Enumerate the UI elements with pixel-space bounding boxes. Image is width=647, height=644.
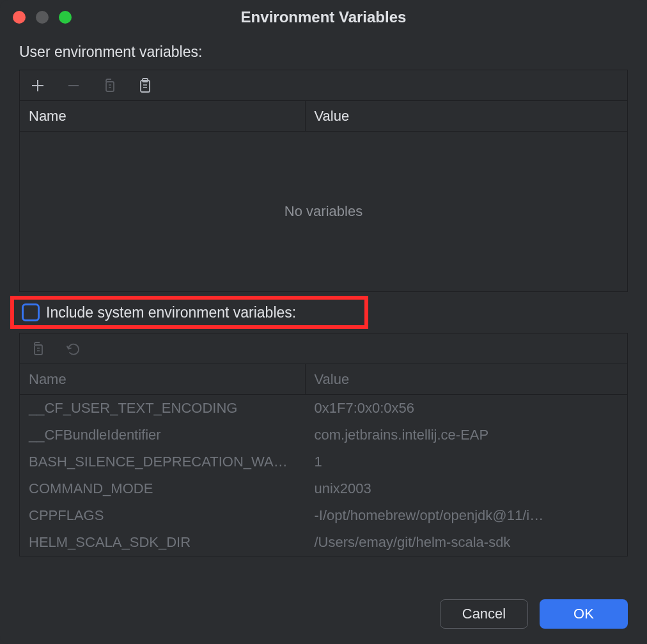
table-cell-name: HELM_SCALA_SDK_DIR bbox=[20, 529, 306, 556]
table-row: HELM_SCALA_SDK_DIR/Users/emay/git/helm-s… bbox=[20, 529, 627, 556]
table-cell-value: unix2003 bbox=[306, 475, 628, 502]
user-vars-empty: No variables bbox=[20, 132, 627, 291]
table-cell-value: 1 bbox=[306, 448, 628, 475]
table-row: COMMAND_MODEunix2003 bbox=[20, 475, 627, 502]
user-vars-panel: Name Value No variables bbox=[19, 70, 628, 292]
dialog-buttons: Cancel OK bbox=[0, 589, 647, 644]
table-row: CPPFLAGS-I/opt/homebrew/opt/openjdk@11/i… bbox=[20, 502, 627, 529]
system-vars-toolbar bbox=[20, 334, 627, 364]
user-vars-headers: Name Value bbox=[20, 101, 627, 132]
system-vars-rows: __CF_USER_TEXT_ENCODING0x1F7:0x0:0x56__C… bbox=[20, 395, 627, 556]
close-window-button[interactable] bbox=[13, 11, 26, 24]
ok-button[interactable]: OK bbox=[540, 599, 628, 629]
cancel-button[interactable]: Cancel bbox=[440, 599, 528, 629]
table-row: __CFBundleIdentifiercom.jetbrains.intell… bbox=[20, 422, 627, 448]
dialog-title: Environment Variables bbox=[241, 8, 407, 26]
remove-icon bbox=[65, 77, 82, 95]
system-vars-header-name: Name bbox=[20, 364, 306, 394]
table-row: BASH_SILENCE_DEPRECATION_WA…1 bbox=[20, 448, 627, 475]
dialog-content: User environment variables: Name Value bbox=[0, 34, 647, 589]
window-controls bbox=[13, 11, 72, 24]
maximize-window-button[interactable] bbox=[59, 11, 72, 24]
system-vars-header-value: Value bbox=[306, 364, 628, 394]
table-cell-value: -I/opt/homebrew/opt/openjdk@11/i… bbox=[306, 502, 628, 529]
svg-rect-3 bbox=[35, 345, 42, 355]
table-cell-name: CPPFLAGS bbox=[20, 502, 306, 529]
table-cell-value: /Users/emay/git/helm-scala-sdk bbox=[306, 529, 628, 556]
table-cell-name: __CFBundleIdentifier bbox=[20, 422, 306, 448]
copy-icon bbox=[29, 340, 47, 358]
include-system-label: Include system environment variables: bbox=[46, 304, 296, 321]
user-vars-header-name[interactable]: Name bbox=[20, 101, 306, 131]
minimize-window-button[interactable] bbox=[36, 11, 49, 24]
table-row: __CF_USER_TEXT_ENCODING0x1F7:0x0:0x56 bbox=[20, 395, 627, 422]
revert-icon bbox=[65, 340, 82, 358]
user-vars-header-value[interactable]: Value bbox=[306, 101, 628, 131]
include-system-checkbox[interactable] bbox=[22, 303, 40, 321]
user-vars-toolbar bbox=[20, 70, 627, 101]
user-vars-label: User environment variables: bbox=[19, 43, 628, 61]
copy-icon bbox=[100, 77, 118, 95]
svg-rect-0 bbox=[106, 82, 114, 91]
table-cell-name: BASH_SILENCE_DEPRECATION_WA… bbox=[20, 448, 306, 475]
paste-icon[interactable] bbox=[136, 77, 154, 95]
table-cell-value: com.jetbrains.intellij.ce-EAP bbox=[306, 422, 628, 448]
system-vars-headers: Name Value bbox=[20, 364, 627, 395]
environment-variables-dialog: Environment Variables User environment v… bbox=[0, 0, 647, 644]
titlebar: Environment Variables bbox=[0, 0, 647, 34]
add-icon[interactable] bbox=[29, 77, 47, 95]
table-cell-name: __CF_USER_TEXT_ENCODING bbox=[20, 395, 306, 422]
include-system-row: Include system environment variables: bbox=[19, 300, 628, 325]
table-cell-value: 0x1F7:0x0:0x56 bbox=[306, 395, 628, 422]
table-cell-name: COMMAND_MODE bbox=[20, 475, 306, 502]
system-vars-panel: Name Value __CF_USER_TEXT_ENCODING0x1F7:… bbox=[19, 333, 628, 556]
